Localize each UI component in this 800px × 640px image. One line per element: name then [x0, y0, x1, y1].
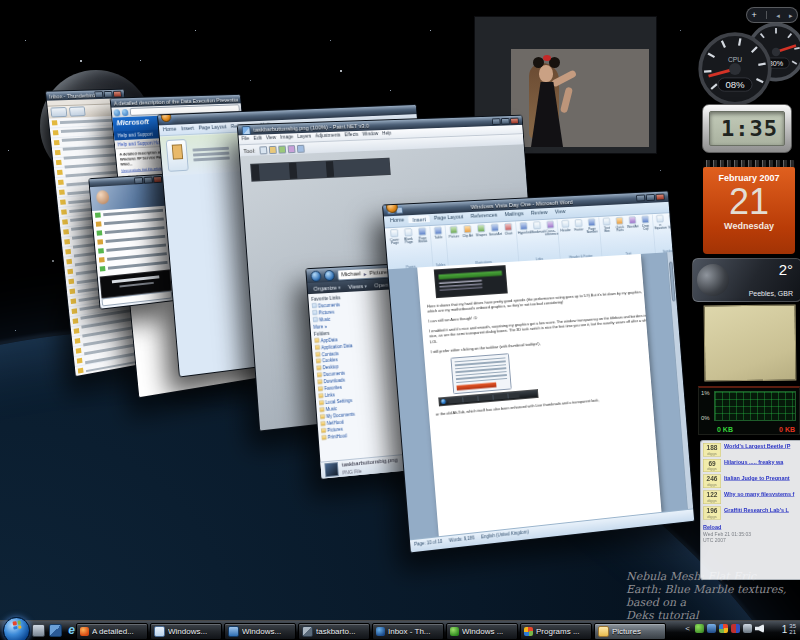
- breadcrumb-root[interactable]: Michael: [341, 270, 361, 277]
- tray-icon[interactable]: [707, 624, 716, 633]
- tray-icon-display[interactable]: [743, 624, 752, 633]
- notes-gadget[interactable]: [704, 305, 797, 382]
- tray-icon-messenger[interactable]: [695, 624, 704, 633]
- taskbar-button-thunderbird[interactable]: Inbox - Th...: [372, 623, 444, 640]
- write-button[interactable]: [69, 106, 86, 116]
- paste-button[interactable]: [166, 139, 189, 172]
- feed-item[interactable]: 188diggs World's Largest Beetle (P: [703, 443, 800, 456]
- tab-mailings[interactable]: Mailings: [501, 210, 528, 219]
- tab-insert[interactable]: Insert: [181, 125, 194, 131]
- tab-home[interactable]: Home: [163, 126, 177, 133]
- forward-icon[interactable]: [122, 109, 129, 116]
- feed-item[interactable]: 69diggs Hilarious ..... freaky wa: [703, 459, 800, 472]
- toolbar-icon[interactable]: [278, 145, 286, 153]
- header-button[interactable]: Header: [559, 219, 572, 232]
- clock-gadget[interactable]: 1:35: [702, 104, 792, 153]
- shapes-button[interactable]: Shapes: [474, 223, 487, 236]
- prev-page-button[interactable]: ◂: [776, 12, 780, 19]
- feed-item[interactable]: 122diggs Why so many filesystems f: [703, 490, 800, 503]
- add-gadget-button[interactable]: +: [752, 11, 757, 20]
- sidebar-controls[interactable]: + ◂ ▸: [746, 7, 798, 23]
- tool-icon[interactable]: [259, 146, 267, 154]
- drop-cap-button[interactable]: Drop Cap: [639, 215, 652, 231]
- hyperlink-button[interactable]: Hyperlink: [517, 221, 530, 234]
- taskbar-button-firefox[interactable]: A detailed...: [76, 623, 148, 640]
- organize-button[interactable]: Organize: [313, 284, 340, 291]
- taskbar-button-help[interactable]: Windows...: [150, 623, 222, 640]
- wordart-button[interactable]: WordArt: [626, 215, 639, 228]
- smartart-button[interactable]: SmartArt: [488, 223, 501, 236]
- taskbar-button-programs[interactable]: Programs ...: [520, 623, 592, 640]
- switch-windows-icon[interactable]: [49, 624, 62, 637]
- cover-page-button[interactable]: Cover Page: [387, 228, 401, 245]
- contact-list[interactable]: [92, 206, 172, 277]
- menu-image[interactable]: Image: [280, 134, 293, 140]
- page-break-button[interactable]: Page Break: [415, 227, 429, 244]
- feed-link[interactable]: Graffiti Research Lab's L: [724, 506, 789, 519]
- feed-link[interactable]: Why so many filesystems f: [724, 490, 794, 503]
- cpu-meter-gadget[interactable]: 80% CPU 08%: [690, 22, 800, 116]
- clip-art-button[interactable]: Clip Art: [461, 224, 474, 237]
- equation-button[interactable]: π Equation: [654, 214, 667, 230]
- picture-button[interactable]: Picture: [447, 225, 460, 238]
- page-count[interactable]: Page: 10 of 10: [414, 538, 443, 546]
- feed-gadget[interactable]: 188diggs World's Largest Beetle (P 69dig…: [700, 440, 800, 580]
- show-desktop-icon[interactable]: [32, 624, 45, 637]
- word-count[interactable]: Words: 9,186: [449, 535, 475, 543]
- document-area[interactable]: Here it shows that my hard drives have p…: [388, 252, 693, 540]
- tab-insert[interactable]: Insert: [408, 215, 430, 224]
- forward-icon[interactable]: [324, 269, 335, 280]
- taskbar-button-pictures[interactable]: Pictures: [594, 623, 666, 640]
- scrollbar-thumb[interactable]: [669, 262, 676, 302]
- calendar-gadget[interactable]: February 2007 21 Wednesday: [703, 160, 795, 254]
- language-indicator[interactable]: English (United Kingdom): [481, 529, 529, 539]
- menu-layers[interactable]: Layers: [297, 133, 311, 139]
- toolbar-icon[interactable]: [296, 144, 304, 152]
- feed-link[interactable]: Italian Judge to Pregnant: [724, 475, 790, 488]
- window-controls[interactable]: [492, 117, 519, 124]
- start-button[interactable]: [3, 617, 30, 640]
- taskbar-clock[interactable]: 1 35 21: [782, 623, 796, 635]
- menu-window[interactable]: Window: [362, 131, 378, 137]
- tab-references[interactable]: References: [467, 211, 502, 220]
- feed-item[interactable]: 246diggs Italian Judge to Pregnant: [703, 475, 800, 488]
- window-word-front[interactable]: Windows Vista Day One - Microsoft Word H…: [382, 190, 695, 553]
- views-button[interactable]: Views: [348, 282, 367, 289]
- text-box-button[interactable]: Text Box: [600, 217, 613, 233]
- footer-button[interactable]: Footer: [572, 218, 585, 231]
- volume-icon[interactable]: [755, 624, 764, 633]
- feed-link[interactable]: World's Largest Beetle (P: [724, 443, 790, 456]
- menu-file[interactable]: File: [241, 135, 249, 141]
- tab-page-layout[interactable]: Page Layout: [430, 213, 468, 222]
- tab-view[interactable]: View: [551, 207, 570, 215]
- next-page-button[interactable]: ▸: [789, 12, 793, 19]
- menu-effects[interactable]: Effects: [344, 131, 358, 137]
- blank-page-button[interactable]: Blank Page: [401, 227, 415, 244]
- tab-review[interactable]: Review: [527, 208, 552, 217]
- tray-icon[interactable]: [731, 624, 740, 633]
- document-page[interactable]: Here it shows that my hard drives have p…: [417, 254, 661, 537]
- menu-view[interactable]: View: [266, 134, 277, 140]
- back-icon[interactable]: [310, 270, 321, 282]
- taskbar-button-messenger[interactable]: Windows ...: [446, 623, 518, 640]
- feed-link[interactable]: Hilarious ..... freaky wa: [724, 459, 783, 472]
- toolbar-icon[interactable]: [268, 145, 276, 153]
- cross-reference-button[interactable]: Cross-reference: [544, 220, 557, 236]
- symbol-button[interactable]: Ω Symbol: [666, 213, 672, 229]
- tray-chevron[interactable]: <: [685, 624, 690, 633]
- reload-link[interactable]: Reload: [703, 524, 721, 530]
- menu-help[interactable]: Help: [382, 130, 391, 136]
- menu-adjustments[interactable]: Adjustments: [315, 132, 341, 138]
- bookmark-button[interactable]: Bookmark: [530, 220, 543, 233]
- weather-gadget[interactable]: 2° Peebles, GBR: [692, 258, 800, 302]
- feed-item[interactable]: 196diggs Graffiti Research Lab's L: [703, 506, 800, 519]
- tray-icon-update[interactable]: [719, 624, 728, 633]
- tab-page-layout[interactable]: Page Layout: [198, 123, 226, 130]
- taskbar-button-paintnet[interactable]: taskbarto...: [298, 623, 370, 640]
- back-icon[interactable]: [113, 109, 120, 116]
- menu-edit[interactable]: Edit: [253, 135, 262, 141]
- window-messenger[interactable]: [88, 174, 175, 310]
- taskbar-button-windows[interactable]: Windows...: [224, 623, 296, 640]
- table-button[interactable]: Table: [431, 226, 444, 239]
- network-meter-gadget[interactable]: 1% 0% 0 KB 0 KB: [698, 386, 800, 435]
